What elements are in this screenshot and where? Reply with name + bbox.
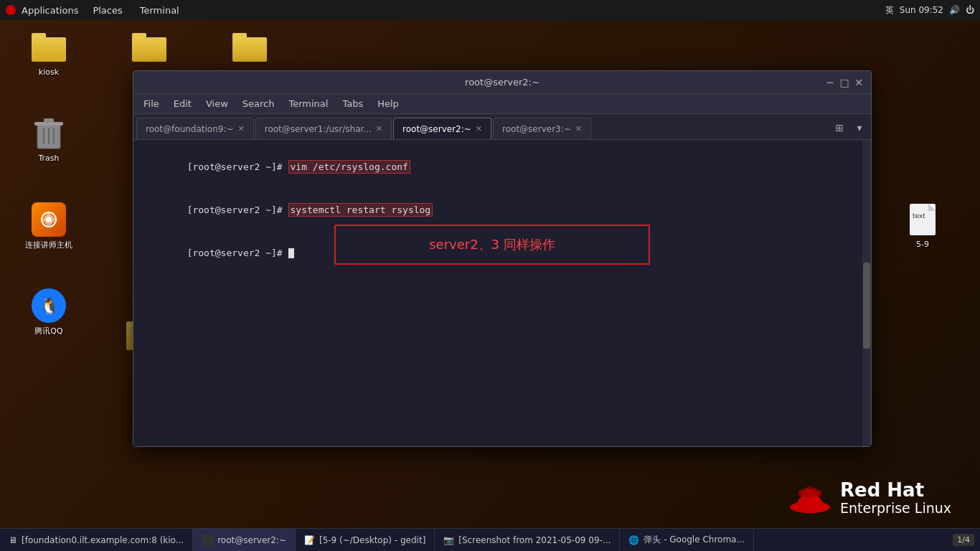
tab-server1-label: root@server1:/usr/shar... xyxy=(265,124,372,134)
taskbar-terminal-icon xyxy=(202,534,213,546)
desktop-icon-folder2[interactable] xyxy=(121,27,178,70)
terminal-window: root@server2:~ ─ □ ✕ File Edit View Sear… xyxy=(133,70,872,447)
folder-icon xyxy=(32,30,66,65)
taskbar-gedit-label: [5-9 (~/Desktop) - gedit] xyxy=(319,535,425,545)
top-bar-right: 英 Sun 09:52 🔊 ⏻ xyxy=(885,4,980,17)
clock: Sun 09:52 xyxy=(900,5,943,15)
applications-label: Applications xyxy=(22,5,78,16)
taskbar-kiosk-icon: 🖥 xyxy=(9,535,17,545)
terminal-minimize-button[interactable]: ─ xyxy=(824,76,837,89)
redhat-name: Red Hat xyxy=(840,480,951,501)
terminal-line-1: [root@server2 ~]# vim /etc/rsyslog.conf xyxy=(142,146,862,189)
redhat-subtitle: Enterprise Linux xyxy=(840,500,951,517)
taskbar-terminal[interactable]: root@server2:~ xyxy=(193,529,296,552)
taskbar-gedit-icon: 📝 xyxy=(304,535,315,545)
places-menu[interactable]: Places xyxy=(84,0,131,20)
taskbar-kiosk-label: [foundation0.ilt.example.com:8 (kio... xyxy=(22,535,184,545)
taskbar-chrome[interactable]: 🌐 弹头 - Google Chroma... xyxy=(620,529,754,552)
terminal-content[interactable]: [root@server2 ~]# vim /etc/rsyslog.conf … xyxy=(133,140,871,446)
terminal-controls: ─ □ ✕ xyxy=(824,76,865,89)
desktop-icon-kiosk[interactable]: kiosk xyxy=(20,27,77,80)
terminal-window-title: root@server2:~ xyxy=(465,77,540,88)
taskbar-chrome-icon: 🌐 xyxy=(628,535,639,545)
taskbar-right: 1/4 xyxy=(953,534,980,546)
volume-icon[interactable]: 🔊 xyxy=(949,5,960,15)
svg-rect-2 xyxy=(44,118,54,123)
kiosk-label: kiosk xyxy=(39,67,59,77)
terminal-tabs: root@foundation9:~ ✕ root@server1:/usr/s… xyxy=(133,114,871,140)
taskbar-chrome-label: 弹头 - Google Chroma... xyxy=(644,534,745,546)
taskbar-screenshot-label: [Screenshot from 2021-05-09 09-... xyxy=(458,535,611,545)
terminal-menu-edit[interactable]: Edit xyxy=(166,94,199,114)
top-bar: Applications Places Terminal 英 Sun 09:52… xyxy=(0,0,980,20)
folder2-icon xyxy=(132,30,166,65)
redhat-text-block: Red Hat Enterprise Linux xyxy=(840,480,951,517)
file59-icon: text xyxy=(905,202,940,237)
tab-server2-close[interactable]: ✕ xyxy=(476,124,482,133)
tab-extras: ⊞ ▾ xyxy=(831,119,868,139)
svg-point-7 xyxy=(46,217,52,222)
annotation-box: server2、3 同样操作 xyxy=(334,225,650,265)
desktop: Applications Places Terminal 英 Sun 09:52… xyxy=(0,0,980,551)
annotation-text: server2、3 同样操作 xyxy=(429,236,555,253)
tab-foundation9-close[interactable]: ✕ xyxy=(238,124,245,133)
terminal-menu-search[interactable]: Search xyxy=(235,94,282,114)
redhat-dot-icon xyxy=(6,5,16,15)
vnc-icon xyxy=(32,202,66,237)
qq-label: 腾讯QQ xyxy=(34,326,62,336)
terminal-menu-terminal[interactable]: Terminal xyxy=(281,94,335,114)
desktop-icon-trash[interactable]: Trash xyxy=(20,113,77,166)
redhat-hat-icon xyxy=(788,480,831,516)
terminal-menu[interactable]: Terminal xyxy=(131,0,188,20)
taskbar-gedit[interactable]: 📝 [5-9 (~/Desktop) - gedit] xyxy=(296,529,435,552)
tab-server3-close[interactable]: ✕ xyxy=(575,124,582,133)
qq-icon: 🐧 xyxy=(32,288,66,323)
tab-add-button[interactable]: ⊞ xyxy=(831,119,848,136)
trash-label: Trash xyxy=(38,154,59,163)
file59-label: 5-9 xyxy=(916,240,929,249)
applications-menu[interactable]: Applications xyxy=(0,0,84,20)
top-bar-left: Applications Places Terminal xyxy=(0,0,188,20)
terminal-titlebar: root@server2:~ ─ □ ✕ xyxy=(133,71,871,94)
tab-server2[interactable]: root@server2:~ ✕ xyxy=(393,118,491,139)
tab-server1-close[interactable]: ✕ xyxy=(376,124,382,133)
language-indicator[interactable]: 英 xyxy=(885,4,894,17)
desktop-icon-vnc[interactable]: 连接讲师主机 xyxy=(20,199,77,253)
terminal-scrollbar[interactable] xyxy=(862,140,871,446)
terminal-menu-file[interactable]: File xyxy=(136,94,166,114)
vnc-label: 连接讲师主机 xyxy=(25,240,72,250)
terminal-close-button[interactable]: ✕ xyxy=(852,76,865,89)
taskbar-screenshot-icon: 📷 xyxy=(443,535,454,545)
desktop-icon-file59[interactable]: text 5-9 xyxy=(894,199,951,252)
terminal-menu-tabs[interactable]: Tabs xyxy=(335,94,370,114)
tab-dropdown-button[interactable]: ▾ xyxy=(851,119,868,136)
terminal-menu-help[interactable]: Help xyxy=(370,94,406,114)
terminal-scrollbar-thumb[interactable] xyxy=(863,263,870,349)
tab-foundation9-label: root@foundation9:~ xyxy=(146,124,234,134)
tab-server2-label: root@server2:~ xyxy=(402,124,471,134)
tab-foundation9[interactable]: root@foundation9:~ ✕ xyxy=(136,118,254,139)
tab-server1[interactable]: root@server1:/usr/shar... ✕ xyxy=(255,118,392,139)
taskbar-pager[interactable]: 1/4 xyxy=(953,534,974,546)
terminal-menubar: File Edit View Search Terminal Tabs Help xyxy=(133,94,871,114)
power-icon[interactable]: ⏻ xyxy=(966,5,974,15)
tab-server3[interactable]: root@server3:~ ✕ xyxy=(493,118,591,139)
svg-point-9 xyxy=(798,489,821,497)
desktop-icon-folder3[interactable] xyxy=(221,27,278,70)
desktop-icon-qq[interactable]: 🐧 腾讯QQ xyxy=(20,286,77,339)
taskbar-terminal-label: root@server2:~ xyxy=(217,535,286,545)
terminal-menu-view[interactable]: View xyxy=(199,94,235,114)
taskbar-kiosk[interactable]: 🖥 [foundation0.ilt.example.com:8 (kio... xyxy=(0,529,193,552)
terminal-maximize-button[interactable]: □ xyxy=(838,76,851,89)
redhat-logo: Red Hat Enterprise Linux xyxy=(788,480,951,517)
taskbar-screenshot[interactable]: 📷 [Screenshot from 2021-05-09 09-... xyxy=(435,529,620,552)
folder3-icon xyxy=(232,30,267,65)
trash-icon xyxy=(32,116,66,151)
tab-server3-label: root@server3:~ xyxy=(502,124,571,134)
taskbar: 🖥 [foundation0.ilt.example.com:8 (kio...… xyxy=(0,528,980,551)
